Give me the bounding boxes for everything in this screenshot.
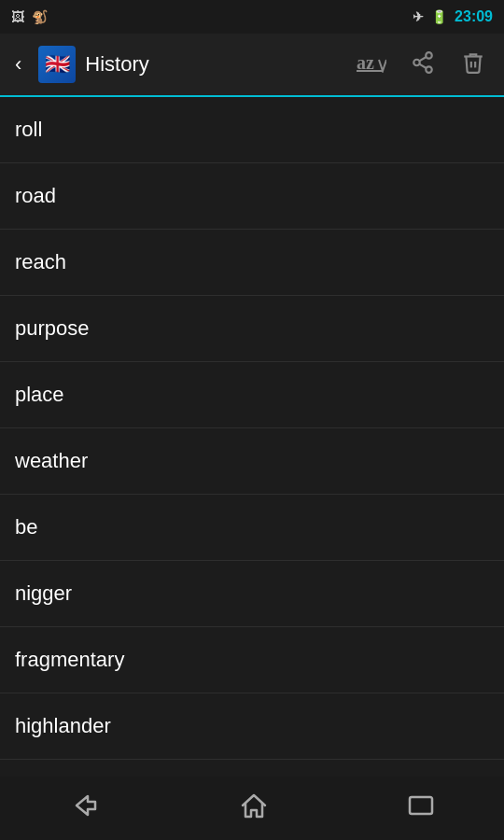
az-icon: az bbox=[357, 52, 386, 73]
svg-point-3 bbox=[413, 59, 420, 65]
status-icons-left: 🖼 🐒 bbox=[11, 9, 48, 24]
word-text: roll bbox=[15, 118, 42, 141]
share-button[interactable] bbox=[399, 43, 446, 87]
svg-point-2 bbox=[426, 52, 432, 59]
word-text: highlander bbox=[15, 714, 111, 737]
list-item[interactable]: roll bbox=[0, 97, 504, 163]
word-text: weather bbox=[15, 449, 88, 472]
monkey-icon: 🐒 bbox=[32, 9, 48, 24]
status-icons-right: ✈ 🔋 23:09 bbox=[413, 8, 493, 25]
word-text: reach bbox=[15, 250, 66, 273]
delete-button[interactable] bbox=[450, 43, 497, 87]
clock: 23:09 bbox=[455, 8, 493, 25]
word-text: place bbox=[15, 383, 64, 406]
page-title: History bbox=[85, 52, 347, 77]
battery-icon: 🔋 bbox=[431, 9, 447, 24]
toolbar-actions: az bbox=[347, 43, 497, 87]
svg-rect-7 bbox=[410, 797, 432, 814]
list-item[interactable]: purpose bbox=[0, 296, 504, 362]
word-text: fragmentary bbox=[15, 648, 124, 671]
share-icon bbox=[411, 50, 435, 75]
nav-back-button[interactable] bbox=[50, 785, 119, 833]
back-button[interactable]: ‹ bbox=[7, 45, 29, 84]
airplane-icon: ✈ bbox=[413, 9, 424, 24]
list-item[interactable]: highlander bbox=[0, 693, 504, 760]
list-item[interactable]: place bbox=[0, 362, 504, 428]
history-list: rollroadreachpurposeplaceweatherbenigger… bbox=[0, 97, 504, 826]
word-text: nigger bbox=[15, 581, 72, 605]
app-icon: 🇬🇧 bbox=[38, 46, 76, 83]
list-item[interactable]: nigger bbox=[0, 561, 504, 627]
nav-home-button[interactable] bbox=[221, 785, 287, 833]
list-item[interactable]: be bbox=[0, 495, 504, 561]
app-bar: ‹ 🇬🇧 History az bbox=[0, 34, 504, 97]
word-text: be bbox=[15, 515, 37, 539]
word-text: purpose bbox=[15, 316, 90, 340]
nav-recents-button[interactable] bbox=[388, 786, 454, 832]
list-item[interactable]: road bbox=[0, 163, 504, 230]
svg-point-4 bbox=[426, 66, 432, 73]
svg-line-6 bbox=[419, 57, 426, 61]
svg-text:az: az bbox=[357, 52, 374, 73]
status-bar: 🖼 🐒 ✈ 🔋 23:09 bbox=[0, 0, 504, 34]
list-item[interactable]: reach bbox=[0, 230, 504, 296]
list-item[interactable]: weather bbox=[0, 428, 504, 495]
list-item[interactable]: fragmentary bbox=[0, 627, 504, 693]
nav-bar bbox=[0, 777, 504, 840]
image-icon: 🖼 bbox=[11, 9, 24, 24]
word-text: road bbox=[15, 184, 56, 207]
sort-az-button[interactable]: az bbox=[347, 45, 396, 84]
svg-line-5 bbox=[419, 63, 426, 67]
trash-icon bbox=[461, 50, 485, 75]
